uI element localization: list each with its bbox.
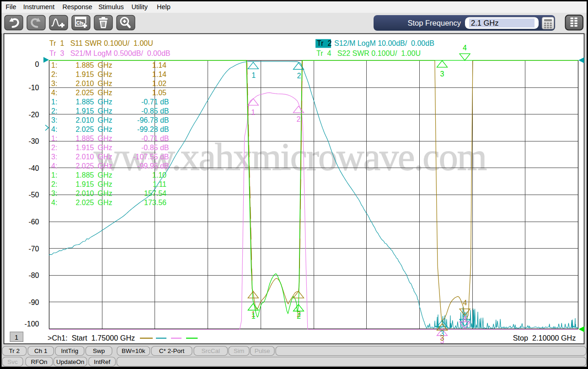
svg-text:-0.71 dB: -0.71 dB (141, 135, 169, 142)
svg-text:GHz: GHz (98, 190, 112, 197)
svg-text:Ch 1: Ch 1 (34, 347, 48, 354)
svg-text:2.1 GHz: 2.1 GHz (471, 19, 499, 27)
svg-text:3: 3 (440, 334, 444, 342)
svg-text:Stimulus: Stimulus (98, 3, 124, 11)
svg-text:Response: Response (63, 3, 92, 11)
svg-text:173.56: 173.56 (144, 199, 166, 206)
svg-text:GHz: GHz (98, 80, 112, 87)
svg-text:SrcCal: SrcCal (201, 347, 220, 354)
svg-text:1.885: 1.885 (75, 98, 94, 106)
svg-text:Ch: Ch (76, 20, 83, 26)
svg-text:S12/M LogM 10.00dB/ 0.00dB: S12/M LogM 10.00dB/ 0.00dB (334, 39, 434, 47)
svg-text:GHz: GHz (98, 153, 112, 161)
svg-text:1.915: 1.915 (75, 107, 94, 115)
svg-text:Help: Help (157, 3, 171, 11)
svg-text:2.010: 2.010 (75, 190, 94, 197)
svg-text:GHz: GHz (98, 98, 112, 106)
svg-text:3: 3 (440, 70, 444, 78)
svg-text:Utility: Utility (132, 3, 148, 11)
svg-text:Pulse: Pulse (255, 347, 270, 354)
svg-text:4: 4 (463, 299, 467, 307)
svg-text:2:: 2: (51, 107, 57, 115)
svg-text:-90: -90 (28, 298, 39, 306)
svg-text:4:: 4: (51, 199, 57, 206)
svg-text:-70: -70 (28, 245, 39, 253)
svg-text:1:: 1: (51, 98, 57, 106)
svg-text:Swp: Swp (93, 347, 105, 354)
svg-text:-80: -80 (28, 271, 39, 279)
svg-text:-100: -100 (24, 320, 39, 328)
svg-text:1: 1 (251, 109, 255, 116)
svg-text:1.915: 1.915 (75, 144, 94, 152)
svg-text:-20: -20 (28, 111, 39, 119)
svg-text:3:: 3: (51, 116, 57, 124)
svg-text:GHz: GHz (98, 180, 112, 188)
svg-text:GHz: GHz (98, 171, 112, 179)
svg-text:GHz: GHz (98, 162, 112, 170)
svg-text:157.54: 157.54 (144, 190, 166, 197)
svg-text:1.915: 1.915 (75, 71, 94, 78)
svg-text:2.010: 2.010 (75, 153, 94, 161)
svg-text:Tr 1 S11 SWR 0.100U/ 1.00U: Tr 1 S11 SWR 0.100U/ 1.00U (49, 39, 153, 47)
svg-text:-30: -30 (28, 137, 39, 145)
svg-text:IntRef: IntRef (94, 358, 110, 365)
svg-text:>Ch1: Start 1.75000 GHz: >Ch1: Start 1.75000 GHz (48, 334, 135, 342)
svg-text:4: 4 (463, 44, 467, 52)
svg-text:1.885: 1.885 (75, 135, 94, 142)
svg-text:2.025: 2.025 (75, 199, 94, 206)
svg-text:GHz: GHz (98, 135, 112, 142)
svg-text:1: 1 (15, 334, 18, 341)
svg-text:GHz: GHz (98, 116, 112, 124)
svg-text:-0.85 dB: -0.85 dB (141, 107, 169, 115)
svg-text:GHz: GHz (98, 89, 112, 97)
svg-text:1: 1 (251, 312, 256, 320)
svg-text:-0.71 dB: -0.71 dB (141, 98, 169, 106)
svg-text:File: File (5, 3, 16, 11)
svg-text:GHz: GHz (98, 71, 112, 78)
svg-text:-50: -50 (28, 191, 39, 199)
svg-text:Tr 2: Tr 2 (9, 347, 20, 354)
svg-text:2.025: 2.025 (75, 162, 94, 170)
svg-text:2:: 2: (51, 71, 57, 78)
svg-text:0: 0 (35, 60, 39, 68)
svg-text:1:: 1: (51, 171, 57, 179)
svg-text:Stop Frequency: Stop Frequency (408, 19, 461, 27)
svg-text:4:: 4: (51, 125, 57, 133)
svg-text:4:: 4: (51, 162, 57, 170)
svg-text:-96.78 dB: -96.78 dB (137, 116, 169, 124)
svg-text:Stop 2.10000 GHz: Stop 2.10000 GHz (513, 334, 576, 342)
svg-text:Tr 4 S22 SWR 0.100U/ 1.00U: Tr 4 S22 SWR 0.100U/ 1.00U (316, 49, 421, 57)
svg-text:Instrument: Instrument (23, 3, 55, 11)
svg-text:3:: 3: (51, 190, 57, 197)
svg-text:1.14: 1.14 (152, 61, 166, 69)
svg-text:2: 2 (297, 312, 301, 320)
svg-text:1.885: 1.885 (75, 171, 94, 179)
svg-text:1.02: 1.02 (152, 80, 166, 87)
svg-text:1.885: 1.885 (75, 61, 94, 69)
svg-text:1:: 1: (51, 135, 57, 142)
svg-text:1.915: 1.915 (75, 180, 94, 188)
svg-text:UpdateOn: UpdateOn (56, 358, 85, 365)
svg-text:2: 2 (296, 115, 300, 123)
svg-text:2: 2 (297, 72, 301, 80)
svg-text:1.14: 1.14 (152, 71, 166, 78)
svg-text:-10: -10 (28, 84, 39, 92)
svg-text:RFOn: RFOn (31, 358, 47, 365)
svg-text:-99.95 dB: -99.95 dB (137, 162, 169, 170)
svg-text:Tr 2: Tr 2 (317, 39, 331, 47)
svg-text:-99.28 dB: -99.28 dB (137, 125, 169, 133)
svg-text:GHz: GHz (98, 107, 112, 115)
svg-text:-107.55 dB: -107.55 dB (133, 153, 169, 161)
svg-text:BW=10k: BW=10k (122, 347, 145, 354)
svg-text:4:: 4: (51, 89, 57, 97)
svg-text:GHz: GHz (98, 199, 112, 206)
svg-text:2.010: 2.010 (75, 80, 94, 87)
svg-text:1: 1 (251, 71, 256, 79)
svg-text:GHz: GHz (98, 125, 112, 133)
svg-text:C* 2-Port: C* 2-Port (159, 347, 185, 354)
svg-text:3:: 3: (51, 153, 57, 161)
svg-text:2.025: 2.025 (75, 89, 94, 97)
svg-text:Sim: Sim (234, 347, 244, 354)
svg-text:2:: 2: (51, 144, 57, 152)
svg-text:2:: 2: (51, 180, 57, 188)
